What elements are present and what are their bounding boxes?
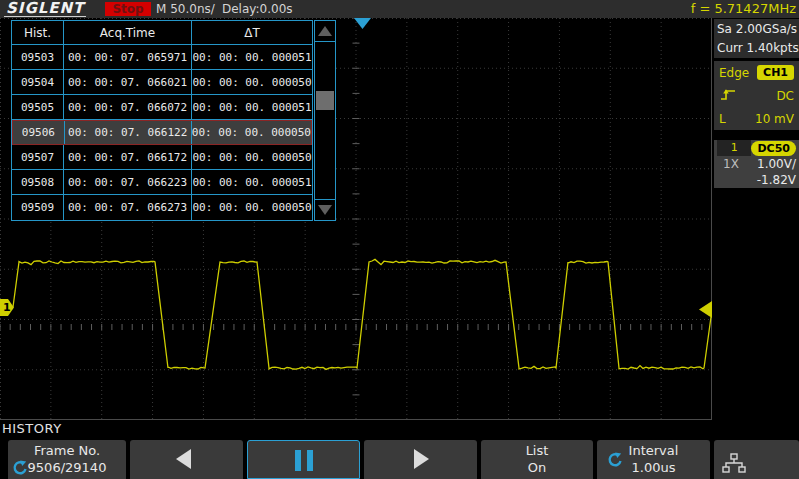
- delta-t-cell: 00: 00: 00. 000051: [192, 95, 312, 119]
- oscilloscope-screen: SIGLENT Stop M 50.0ns/ Delay:0.00s f = 5…: [0, 0, 799, 479]
- channel-coupling-badge: DC50: [751, 141, 796, 156]
- probe-attenuation-readout: 1X: [717, 157, 739, 171]
- run-state-badge[interactable]: Stop: [105, 2, 151, 16]
- rising-edge-icon: [719, 87, 737, 104]
- interval-button[interactable]: Interval 1.00us: [597, 440, 710, 479]
- channel-number-box: 1: [717, 140, 751, 156]
- col-header-acq-time: Acq.Time: [64, 21, 192, 44]
- sample-rate-readout: Sa 2.00GSa/s: [717, 20, 796, 39]
- play-backward-icon: [176, 449, 191, 469]
- memory-depth-readout: Curr 1.40kpts: [717, 39, 796, 58]
- hist-cell: 09505: [12, 95, 64, 119]
- history-table-header: Hist. Acq.Time ΔT: [12, 21, 312, 45]
- top-bar: SIGLENT Stop M 50.0ns/ Delay:0.00s f = 5…: [0, 0, 799, 18]
- history-table-body: 0950300: 00: 07. 06597100: 00: 00. 00005…: [12, 45, 312, 220]
- soft-menu-bar: Frame No. 9506/29140 List On Interv: [0, 440, 799, 479]
- pause-icon: [248, 450, 359, 471]
- play-backward-button[interactable]: [130, 440, 243, 479]
- delta-t-cell: 00: 00: 00. 000050: [192, 121, 311, 144]
- hist-cell: 09508: [12, 170, 64, 194]
- list-label: List: [481, 443, 593, 459]
- hist-cell: 09506: [13, 121, 65, 144]
- col-header-delta-t: ΔT: [192, 21, 312, 44]
- table-row[interactable]: 0950700: 00: 07. 06617200: 00: 00. 00005…: [12, 145, 312, 170]
- network-icon: [722, 453, 746, 477]
- play-forward-button[interactable]: [364, 440, 477, 479]
- scroll-up-button[interactable]: [315, 21, 335, 42]
- list-toggle-button[interactable]: List On: [481, 440, 593, 479]
- brand-logo: SIGLENT: [4, 0, 86, 17]
- table-scrollbar[interactable]: [314, 20, 336, 221]
- hist-cell: 09507: [12, 145, 64, 169]
- channel1-info-panel: 1 DC50 1X 1.00V/ -1.82V: [714, 140, 799, 188]
- arrow-up-icon: [318, 26, 332, 36]
- menu-title: HISTORY: [2, 420, 62, 438]
- acq-time-cell: 00: 00: 07. 065971: [64, 45, 192, 69]
- pause-button[interactable]: [247, 440, 360, 479]
- table-row[interactable]: 0950500: 00: 07. 06607200: 00: 00. 00005…: [12, 95, 312, 120]
- frequency-counter: f = 5.71427MHz: [691, 0, 796, 18]
- acq-time-cell: 00: 00: 07. 066072: [64, 95, 192, 119]
- delta-t-cell: 00: 00: 00. 000050: [192, 70, 312, 94]
- scrollbar-thumb[interactable]: [316, 91, 334, 110]
- rotate-knob-icon: [607, 452, 623, 468]
- list-value: On: [481, 459, 593, 476]
- acq-time-cell: 00: 00: 07. 066273: [64, 195, 192, 220]
- delta-t-cell: 00: 00: 00. 000051: [192, 45, 312, 69]
- hist-cell: 09503: [12, 45, 64, 69]
- acquisition-info-panel: Sa 2.00GSa/s Curr 1.40kpts: [714, 19, 799, 58]
- hist-cell: 09509: [12, 195, 64, 220]
- col-header-hist: Hist.: [12, 21, 64, 44]
- table-row[interactable]: 0950900: 00: 07. 06627300: 00: 00. 00005…: [12, 195, 312, 220]
- arrow-down-icon: [318, 205, 332, 215]
- history-table: Hist. Acq.Time ΔT 0950300: 00: 07. 06597…: [11, 20, 313, 221]
- ch1-waveform-trace: [13, 259, 711, 369]
- play-forward-icon: [414, 449, 429, 469]
- volts-per-div-readout: 1.00V/: [757, 157, 796, 171]
- table-row[interactable]: 0950300: 00: 07. 06597100: 00: 00. 00005…: [12, 45, 312, 70]
- delta-t-cell: 00: 00: 00. 000050: [192, 145, 312, 169]
- timebase-readout: M 50.0ns/: [156, 0, 215, 18]
- scroll-down-button[interactable]: [315, 199, 335, 220]
- trigger-type-label: Edge: [719, 66, 749, 80]
- trigger-info-panel: Edge CH1 DC L 10 mV: [714, 61, 799, 130]
- delay-readout: Delay:0.00s: [222, 0, 293, 18]
- trigger-coupling-label: DC: [776, 89, 794, 103]
- frame-number-button[interactable]: Frame No. 9506/29140: [8, 440, 126, 479]
- channel-offset-readout: -1.82V: [757, 173, 796, 187]
- trigger-level-label: L: [719, 112, 726, 126]
- acq-time-cell: 00: 00: 07. 066223: [64, 170, 192, 194]
- table-row[interactable]: 0950800: 00: 07. 06622300: 00: 00. 00005…: [12, 170, 312, 195]
- hist-cell: 09504: [12, 70, 64, 94]
- trigger-source-badge: CH1: [757, 65, 794, 80]
- table-row[interactable]: 0950600: 00: 07. 06612200: 00: 00. 00005…: [12, 120, 312, 145]
- rotate-knob-icon: [12, 460, 28, 476]
- utility-menu-button[interactable]: [714, 440, 799, 479]
- frame-label: Frame No.: [8, 443, 126, 459]
- acq-time-cell: 00: 00: 07. 066021: [64, 70, 192, 94]
- table-row[interactable]: 0950400: 00: 07. 06602100: 00: 00. 00005…: [12, 70, 312, 95]
- delta-t-cell: 00: 00: 00. 000051: [192, 170, 312, 194]
- acq-time-cell: 00: 00: 07. 066122: [65, 121, 192, 144]
- delta-t-cell: 00: 00: 00. 000050: [192, 195, 312, 220]
- acq-time-cell: 00: 00: 07. 066172: [64, 145, 192, 169]
- trigger-level-value: 10 mV: [755, 112, 794, 126]
